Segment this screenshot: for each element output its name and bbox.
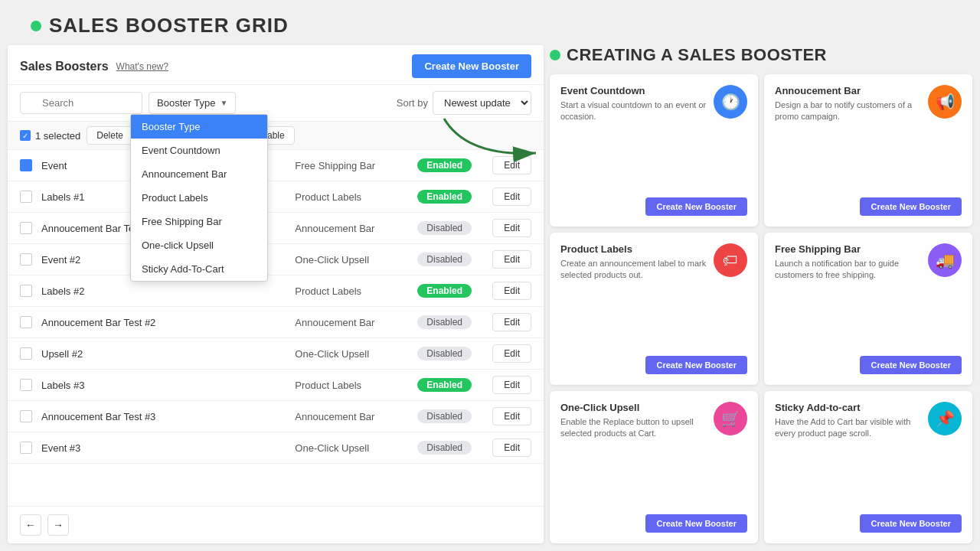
row-name: Upsell #2 bbox=[41, 348, 295, 360]
edit-button[interactable]: Edit bbox=[492, 313, 531, 331]
row-type: Product Labels bbox=[295, 380, 417, 391]
card-desc: Design a bar to notify customers of a pr… bbox=[775, 99, 922, 123]
row-type: Product Labels bbox=[295, 285, 417, 297]
booster-card: Annoucement BarDesign a bar to notify cu… bbox=[764, 74, 972, 227]
pagination: ← → bbox=[8, 506, 544, 543]
booster-card: Product LabelsCreate an announcement lab… bbox=[550, 233, 758, 385]
status-badge: Disabled bbox=[417, 315, 486, 329]
card-title: Annoucement Bar bbox=[775, 85, 922, 96]
dropdown-item[interactable]: Sticky Add-To-Cart bbox=[131, 257, 267, 281]
bulk-actions-row: ✓ 1 selected Delete Clone Enable Disable bbox=[8, 122, 544, 150]
table-row: Event #3One-Click UpsellDisabledEdit bbox=[8, 432, 544, 464]
card-create-button[interactable]: Create New Booster bbox=[645, 197, 747, 216]
edit-button[interactable]: Edit bbox=[492, 156, 531, 174]
card-desc: Launch a notification bar to guide custo… bbox=[775, 258, 922, 282]
edit-button[interactable]: Edit bbox=[492, 376, 531, 394]
dropdown-item[interactable]: One-click Upsell bbox=[131, 233, 267, 257]
card-create-button[interactable]: Create New Booster bbox=[860, 197, 962, 216]
card-icon: 📢 bbox=[928, 85, 962, 119]
row-checkbox[interactable] bbox=[20, 253, 32, 266]
delete-button[interactable]: Delete bbox=[87, 126, 133, 145]
chevron-down-icon: ▼ bbox=[220, 99, 227, 107]
edit-button[interactable]: Edit bbox=[492, 407, 531, 425]
dropdown-item[interactable]: Product Labels bbox=[131, 186, 267, 210]
main-container: SALES BOOSTER GRID Sales Boosters What's… bbox=[0, 0, 980, 551]
left-heading: SALES BOOSTER GRID bbox=[49, 14, 289, 37]
row-checkbox[interactable] bbox=[20, 379, 32, 391]
card-icon: 🚚 bbox=[928, 243, 962, 277]
row-checkbox[interactable] bbox=[20, 285, 32, 297]
right-panel: CREATING A SALES BOOSTER Event Countdown… bbox=[547, 45, 980, 551]
card-title: One-Click Upsell bbox=[560, 402, 707, 413]
booster-cards-grid: Event CountdownStart a visual countdown … bbox=[550, 74, 972, 543]
status-badge: Enabled bbox=[417, 190, 486, 204]
edit-button[interactable]: Edit bbox=[492, 187, 531, 206]
top-section: SALES BOOSTER GRID bbox=[0, 0, 980, 45]
booster-card: One-Click UpsellEnable the Replace butto… bbox=[550, 391, 758, 543]
row-type: Annoucement Bar bbox=[295, 223, 417, 234]
edit-button[interactable]: Edit bbox=[492, 344, 531, 363]
search-input[interactable] bbox=[20, 92, 142, 114]
card-create-button[interactable]: Create New Booster bbox=[645, 356, 747, 374]
status-badge: Enabled bbox=[417, 158, 486, 172]
card-top: Sticky Add-to-cartHave the Add to Cart b… bbox=[775, 402, 962, 440]
card-create-button[interactable]: Create New Booster bbox=[645, 514, 747, 533]
dropdown-item[interactable]: Booster Type bbox=[131, 115, 267, 139]
create-new-booster-button[interactable]: Create New Booster bbox=[412, 54, 531, 78]
booster-type-dropdown: Booster TypeEvent CountdownAnnouncement … bbox=[130, 114, 268, 282]
card-top: Annoucement BarDesign a bar to notify cu… bbox=[775, 85, 962, 123]
row-checkbox[interactable] bbox=[20, 410, 32, 422]
card-title: Product Labels bbox=[560, 243, 707, 255]
left-panel: Sales Boosters What's new? Create New Bo… bbox=[8, 45, 544, 543]
row-checkbox[interactable] bbox=[20, 347, 32, 360]
card-icon: 📌 bbox=[928, 402, 962, 435]
left-bullet bbox=[31, 21, 41, 31]
row-checkbox[interactable] bbox=[20, 442, 32, 454]
card-info: One-Click UpsellEnable the Replace butto… bbox=[560, 402, 707, 440]
row-name: Labels #2 bbox=[41, 285, 295, 297]
card-icon: 🏷 bbox=[714, 243, 747, 277]
dropdown-item[interactable]: Event Countdown bbox=[131, 139, 267, 162]
dropdown-item[interactable]: Free Shipping Bar bbox=[131, 210, 267, 233]
card-info: Product LabelsCreate an announcement lab… bbox=[560, 243, 707, 282]
prev-page-button[interactable]: ← bbox=[20, 514, 41, 536]
table-row: Labels #1Product LabelsEnabledEdit bbox=[8, 181, 544, 213]
edit-button[interactable]: Edit bbox=[492, 250, 531, 269]
card-desc: Have the Add to Cart bar visible with ev… bbox=[775, 416, 922, 440]
row-checkbox[interactable] bbox=[20, 159, 32, 171]
whats-new-link[interactable]: What's new? bbox=[116, 61, 168, 72]
checkbox-selected-group: ✓ 1 selected bbox=[20, 130, 80, 142]
dropdown-item[interactable]: Announcement Bar bbox=[131, 162, 267, 186]
card-info: Annoucement BarDesign a bar to notify cu… bbox=[775, 85, 922, 123]
row-checkbox[interactable] bbox=[20, 191, 32, 203]
sort-group: Sort by Newest update bbox=[397, 91, 531, 115]
row-type: One-Click Upsell bbox=[295, 254, 417, 266]
card-title: Free Shipping Bar bbox=[775, 243, 922, 255]
right-bullet bbox=[550, 50, 560, 60]
edit-button[interactable]: Edit bbox=[492, 282, 531, 300]
edit-button[interactable]: Edit bbox=[492, 219, 531, 237]
sales-boosters-title: Sales Boosters bbox=[20, 60, 109, 73]
table-row: Labels #3Product LabelsEnabledEdit bbox=[8, 370, 544, 401]
table-row: EventFree Shipping BarEnabledEdit bbox=[8, 150, 544, 181]
card-create-button[interactable]: Create New Booster bbox=[860, 514, 962, 533]
row-type: Product Labels bbox=[295, 191, 417, 203]
select-all-checkbox[interactable]: ✓ bbox=[20, 130, 31, 141]
booster-type-filter[interactable]: Booster Type ▼ bbox=[149, 92, 236, 114]
row-checkbox[interactable] bbox=[20, 316, 32, 328]
booster-card: Free Shipping BarLaunch a notification b… bbox=[764, 233, 972, 385]
row-type: Annoucement Bar bbox=[295, 411, 417, 422]
status-badge: Enabled bbox=[417, 378, 486, 392]
card-title: Sticky Add-to-cart bbox=[775, 402, 922, 413]
search-wrapper: 🔍 bbox=[20, 92, 142, 114]
selected-count: 1 selected bbox=[35, 130, 80, 142]
table-row: Upsell #2One-Click UpsellDisabledEdit bbox=[8, 338, 544, 370]
next-page-button[interactable]: → bbox=[47, 514, 69, 536]
status-badge: Disabled bbox=[417, 221, 486, 235]
row-type: One-Click Upsell bbox=[295, 348, 417, 360]
sort-select[interactable]: Newest update bbox=[433, 91, 531, 115]
row-checkbox[interactable] bbox=[20, 222, 32, 234]
card-desc: Enable the Replace button to upsell sele… bbox=[560, 416, 707, 440]
edit-button[interactable]: Edit bbox=[492, 439, 531, 457]
card-create-button[interactable]: Create New Booster bbox=[860, 356, 962, 374]
